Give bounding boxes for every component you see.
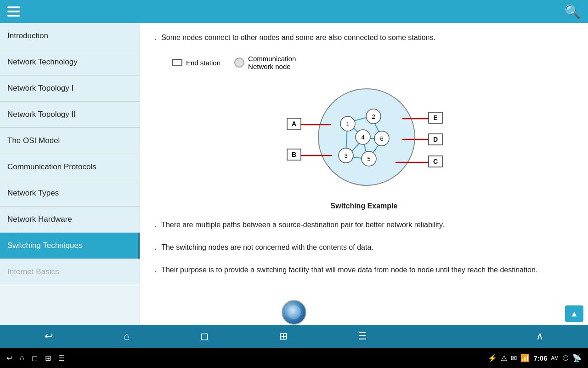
- end-station-label: End station: [186, 59, 220, 67]
- svg-text:A: A: [291, 120, 296, 127]
- sidebar-item-network-types[interactable]: Network Types: [0, 180, 140, 207]
- main-layout: Introduction Network Technology Network …: [0, 23, 588, 345]
- search-icon[interactable]: 🔍: [565, 4, 581, 19]
- network-node-icon: [234, 58, 244, 68]
- apps-nav-button[interactable]: ⊞: [279, 330, 288, 342]
- legend-network-node: CommunicationNetwork node: [234, 55, 296, 70]
- content-area: · Some nodes connect to other nodes and …: [140, 23, 588, 345]
- home-sys-icon[interactable]: ⌂: [20, 354, 24, 362]
- sidebar-item-communication-protocols[interactable]: Communication Protocols: [0, 154, 140, 180]
- bluetooth-icon: ⚇: [562, 354, 569, 362]
- bullet-item-3: · The switching nodes are not concerned …: [154, 242, 574, 256]
- network-node-label: CommunicationNetwork node: [248, 55, 296, 70]
- up-arrow-button[interactable]: ▲: [565, 305, 583, 322]
- sidebar-item-introduction[interactable]: Introduction: [0, 23, 140, 49]
- svg-text:B: B: [291, 151, 296, 158]
- bullet-dot-4: ·: [154, 264, 157, 279]
- svg-text:D: D: [433, 136, 437, 143]
- mail-icon: ✉: [511, 354, 517, 362]
- system-time: 7:06: [533, 354, 547, 362]
- menu-sys-icon[interactable]: ☰: [58, 354, 65, 362]
- sidebar-item-network-technology[interactable]: Network Technology: [0, 49, 140, 75]
- home-nav-button[interactable]: ⌂: [124, 330, 130, 342]
- recent-sys-icon[interactable]: ◻: [32, 354, 38, 362]
- center-button[interactable]: [282, 300, 306, 325]
- end-station-icon: [172, 59, 182, 66]
- bullet-dot-1: ·: [154, 31, 157, 46]
- system-bar: ↩ ⌂ ◻ ⊞ ☰ ⚡ ⚠ ✉ 📶 7:06 AM ⚇ 📡: [0, 348, 588, 368]
- diagram-caption: Switching Example: [331, 202, 398, 210]
- sidebar: Introduction Network Technology Network …: [0, 23, 140, 345]
- up-nav-button[interactable]: ∧: [536, 330, 543, 342]
- legend: End station CommunicationNetwork node: [172, 55, 574, 70]
- svg-text:2: 2: [372, 113, 375, 120]
- wifi-icon: 📡: [572, 354, 582, 362]
- center-button-wrap: [282, 300, 306, 325]
- sys-left-icons: ↩ ⌂ ◻ ⊞ ☰: [6, 354, 65, 362]
- svg-text:5: 5: [367, 155, 370, 162]
- svg-text:C: C: [433, 158, 437, 165]
- menu-nav-button[interactable]: ☰: [358, 330, 367, 342]
- sys-right-status: ⚡ ⚠ ✉ 📶 7:06 AM ⚇ 📡: [488, 354, 582, 362]
- back-nav-button[interactable]: ↩: [45, 330, 53, 342]
- apps-sys-icon[interactable]: ⊞: [45, 354, 51, 362]
- bullet-item-4: · Their purpose is to provide a switchin…: [154, 264, 574, 279]
- switching-diagram: A B E D C 1 2: [282, 80, 447, 199]
- center-button-inner: [287, 305, 301, 319]
- usb-icon: ⚡: [488, 354, 497, 362]
- svg-text:1: 1: [346, 121, 349, 127]
- sidebar-item-internet-basics[interactable]: Internet Basics: [0, 259, 140, 285]
- bullet-item-2: · There are multiple paths between a sou…: [154, 219, 574, 234]
- page-title: Switching Techniques: [26, 6, 132, 17]
- legend-end-station: End station: [172, 59, 220, 67]
- warning-icon: ⚠: [501, 354, 507, 362]
- bullet-item-1: · Some nodes connect to other nodes and …: [154, 32, 574, 46]
- top-bar: Switching Techniques 🔍: [0, 0, 588, 23]
- menu-icon[interactable]: [7, 6, 20, 17]
- svg-text:4: 4: [361, 134, 364, 141]
- sidebar-item-network-hardware[interactable]: Network Hardware: [0, 207, 140, 233]
- svg-text:6: 6: [380, 135, 383, 142]
- diagram-container: A B E D C 1 2: [154, 80, 574, 210]
- sidebar-item-network-topology-2[interactable]: Network Topology II: [0, 102, 140, 128]
- signal-icon: 📶: [520, 354, 530, 362]
- system-ampm: AM: [551, 355, 559, 361]
- sidebar-item-network-topology-1[interactable]: Network Topology I: [0, 75, 140, 102]
- bullet-dot-2: ·: [154, 218, 157, 234]
- recent-nav-button[interactable]: ◻: [200, 330, 209, 342]
- svg-text:3: 3: [344, 152, 347, 159]
- svg-text:E: E: [433, 114, 437, 121]
- sidebar-item-switching-techniques[interactable]: Switching Techniques: [0, 233, 140, 259]
- sidebar-item-osi-model[interactable]: The OSI Model: [0, 128, 140, 154]
- bullet-dot-3: ·: [154, 241, 157, 256]
- bottom-bar: ↩ ⌂ ◻ ⊞ ☰ ∧: [0, 325, 588, 348]
- back-sys-icon[interactable]: ↩: [6, 354, 12, 362]
